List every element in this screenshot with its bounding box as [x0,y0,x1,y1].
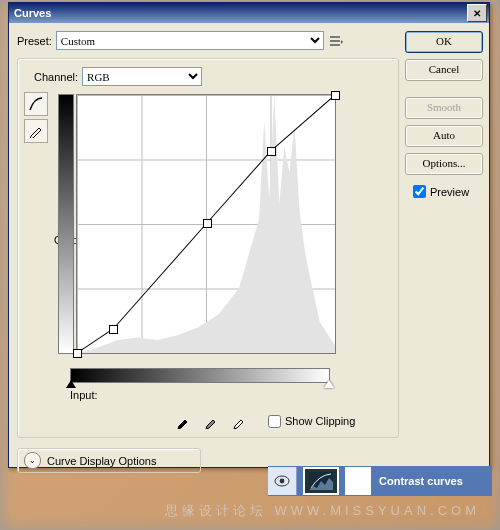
preset-menu-icon[interactable] [328,34,344,48]
curve-point[interactable] [267,147,276,156]
curve-tool-icon[interactable] [24,92,48,116]
curve-point[interactable] [203,219,212,228]
gray-eyedropper-icon[interactable] [202,411,222,431]
auto-button[interactable]: Auto [405,125,483,147]
curve-point[interactable] [109,325,118,334]
black-point-slider[interactable] [66,380,76,388]
curve-point[interactable] [331,91,340,100]
smooth-button[interactable]: Smooth [405,97,483,119]
show-clipping-input[interactable] [268,415,281,428]
show-clipping-checkbox[interactable]: Show Clipping [268,415,355,428]
options-button[interactable]: Options... [405,153,483,175]
channel-select[interactable]: RGB [82,67,202,86]
white-point-slider[interactable] [324,380,334,388]
pencil-tool-icon[interactable] [24,119,48,143]
preset-label: Preset: [17,35,52,47]
cancel-button[interactable]: Cancel [405,59,483,81]
input-ramp[interactable] [70,368,330,383]
curve-grid[interactable] [76,94,336,354]
adjustment-thumb[interactable] [303,467,339,495]
chevron-down-icon: ⌄ [24,452,41,469]
input-axis-label: Input: [70,389,355,401]
close-icon[interactable]: ✕ [467,4,487,22]
white-eyedropper-icon[interactable] [230,411,250,431]
show-clipping-label: Show Clipping [285,415,355,427]
layer-strip[interactable]: Contrast curves [268,466,492,496]
titlebar[interactable]: Curves ✕ [9,3,489,23]
title-text: Curves [14,7,51,19]
preview-checkbox[interactable]: Preview [413,185,483,198]
channel-label: Channel: [34,71,78,83]
mask-thumb[interactable] [345,467,371,495]
output-ramp [58,94,74,354]
preview-input[interactable] [413,185,426,198]
svg-point-1 [280,479,285,484]
curves-dialog: Curves ✕ Preset: Custom Channel: RGB [8,2,490,468]
watermark-small: 思缘设计论坛 WWW.MISSYUAN.COM [165,502,480,520]
layer-name: Contrast curves [379,475,463,487]
ok-button[interactable]: OK [405,31,483,53]
preset-select[interactable]: Custom [56,31,324,50]
black-eyedropper-icon[interactable] [174,411,194,431]
preview-label: Preview [430,186,469,198]
curve-display-options-label: Curve Display Options [47,455,156,467]
curve-display-options[interactable]: ⌄ Curve Display Options [17,448,201,473]
visibility-eye-icon[interactable] [268,467,297,495]
curve-point[interactable] [73,349,82,358]
